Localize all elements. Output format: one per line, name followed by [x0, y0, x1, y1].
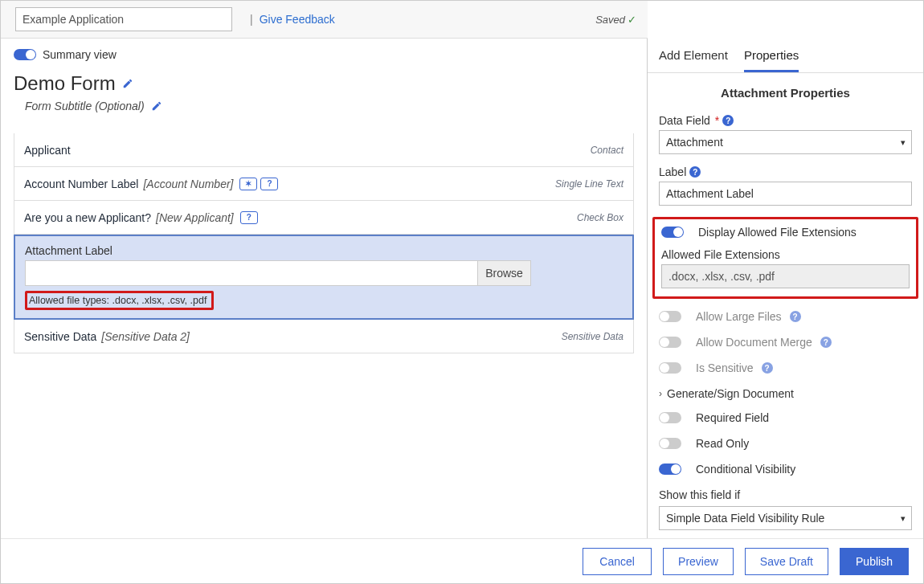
attachment-label: Attachment Label	[25, 244, 623, 257]
visibility-rule-select[interactable]: Simple Data Field Visibility Rule	[659, 506, 912, 530]
allow-merge-label: Allow Document Merge	[696, 336, 812, 349]
conditional-visibility-toggle[interactable]	[659, 464, 681, 475]
pencil-icon[interactable]	[122, 78, 133, 89]
allowed-ext-input[interactable]	[661, 264, 910, 288]
give-feedback-link[interactable]: Give Feedback	[260, 13, 335, 26]
data-field-label: Data Field* ?	[659, 114, 912, 127]
required-label: Required Field	[696, 411, 769, 424]
saved-indicator: Saved✓	[595, 14, 636, 26]
field-label: Are you a new Applicant?	[24, 211, 151, 224]
field-type: Contact	[591, 145, 623, 156]
browse-button[interactable]: Browse	[477, 261, 530, 285]
allowed-ext-label: Allowed File Extensions	[661, 248, 910, 261]
check-icon: ✓	[628, 14, 636, 26]
field-type: Sensitive Data	[562, 331, 623, 342]
cancel-button[interactable]: Cancel	[583, 548, 652, 575]
save-draft-button[interactable]: Save Draft	[745, 548, 828, 575]
form-title: Demo Form	[14, 72, 116, 95]
attachment-input[interactable]	[26, 261, 477, 285]
field-bracket: [New Applicant]	[156, 211, 234, 224]
field-row-sensitive[interactable]: Sensitive Data [Sensitive Data 2] Sensit…	[14, 320, 634, 353]
divider: |	[250, 13, 253, 26]
allow-large-label: Allow Large Files	[696, 310, 782, 323]
form-canvas: Summary view Demo Form Form Subtitle (Op…	[1, 39, 648, 568]
label-label: Label ?	[659, 165, 912, 178]
conditional-subtitle: Show this field if	[659, 488, 912, 501]
footer: Cancel Preview Save Draft Publish	[1, 538, 923, 583]
conditional-visibility-label: Conditional Visibility	[696, 463, 795, 476]
help-icon[interactable]: ?	[689, 166, 701, 178]
label-input[interactable]	[659, 182, 912, 206]
required-toggle[interactable]	[659, 412, 681, 423]
tab-add-element[interactable]: Add Element	[659, 45, 728, 72]
field-type: Check Box	[577, 212, 623, 223]
display-allowed-ext-toggle[interactable]	[661, 227, 684, 238]
display-allowed-ext-label: Display Allowed File Extensions	[698, 226, 857, 239]
field-type: Single Line Text	[555, 178, 623, 190]
allow-doc-merge-toggle[interactable]	[659, 337, 681, 348]
prefill-icon[interactable]: ✶	[239, 178, 257, 190]
form-subtitle: Form Subtitle (Optional)	[25, 100, 145, 112]
panel-title: Attachment Properties	[659, 86, 912, 100]
is-sensitive-label: Is Sensitive	[696, 361, 754, 374]
field-row-new-applicant[interactable]: Are you a new Applicant? [New Applicant]…	[14, 201, 634, 235]
summary-view-toggle[interactable]	[14, 49, 36, 60]
allowed-extensions-callout: Display Allowed File Extensions Allowed …	[652, 217, 918, 299]
field-bracket: [Account Number]	[143, 178, 233, 190]
top-bar: | Give Feedback Saved✓	[1, 1, 648, 39]
pencil-icon[interactable]	[151, 100, 162, 112]
preview-button[interactable]: Preview	[663, 548, 734, 575]
readonly-toggle[interactable]	[659, 438, 681, 449]
readonly-label: Read Only	[696, 437, 749, 450]
is-sensitive-toggle[interactable]	[659, 362, 681, 374]
chevron-right-icon: ›	[659, 388, 662, 399]
help-icon[interactable]: ?	[240, 211, 258, 224]
tab-properties[interactable]: Properties	[744, 45, 799, 72]
data-field-select[interactable]: Attachment	[659, 130, 912, 154]
properties-panel: Add Element Properties Attachment Proper…	[648, 39, 923, 568]
field-label: Applicant	[24, 144, 71, 157]
app-title-input[interactable]	[15, 7, 232, 31]
field-label: Account Number Label	[24, 178, 138, 190]
field-row-attachment-selected[interactable]: Attachment Label Browse Allowed file typ…	[14, 235, 634, 320]
field-label: Sensitive Data	[24, 330, 96, 343]
generate-sign-expand[interactable]: › Generate/Sign Document	[659, 387, 912, 400]
allow-large-files-toggle[interactable]	[659, 311, 681, 322]
publish-button[interactable]: Publish	[840, 548, 909, 575]
help-icon[interactable]: ?	[820, 337, 832, 348]
help-icon[interactable]: ?	[722, 115, 734, 126]
help-icon[interactable]: ?	[790, 311, 801, 322]
help-icon[interactable]: ?	[762, 362, 773, 374]
field-row-account[interactable]: Account Number Label [Account Number] ✶ …	[14, 167, 634, 201]
allowed-file-types-callout: Allowed file types: .docx, .xlsx, .csv, …	[25, 291, 214, 310]
field-row-applicant[interactable]: Applicant Contact	[14, 133, 634, 167]
field-bracket: [Sensitive Data 2]	[101, 330, 190, 343]
summary-view-label: Summary view	[43, 48, 117, 61]
help-icon[interactable]: ?	[260, 178, 278, 190]
